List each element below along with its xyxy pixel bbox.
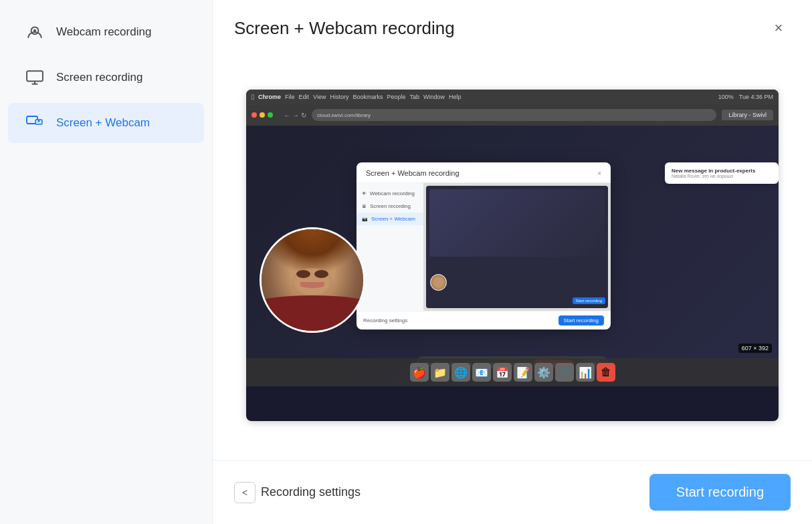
svg-point-1 bbox=[33, 29, 36, 32]
sidebar-item-screen-label: Screen recording bbox=[56, 71, 142, 84]
start-recording-button[interactable]: Start recording bbox=[649, 474, 791, 511]
main-container: Webcam recording Screen recording Screen… bbox=[0, 0, 812, 524]
inner-modal-body: 👁 Webcam recording 🖥 Screen recording 📷 bbox=[357, 183, 611, 311]
dock-icon-music[interactable]: 🎵 bbox=[555, 363, 574, 382]
notification-box: New message in product-experts Natalia R… bbox=[665, 162, 779, 184]
svg-point-5 bbox=[38, 120, 40, 122]
dock-icon-folder[interactable]: 📁 bbox=[431, 363, 449, 382]
browser-chrome: ← → ↻ cloud.swivl.com/library Library - … bbox=[246, 104, 779, 126]
inner-modal: Screen + Webcam recording × 👁 Webcam rec… bbox=[357, 162, 611, 330]
notification-title: New message in product-experts bbox=[672, 168, 772, 174]
dock-bar: 🍎 📁 🌐 📧 📅 📝 ⚙️ 🎵 📊 🗑 bbox=[246, 358, 779, 386]
inner-sidebar: 👁 Webcam recording 🖥 Screen recording 📷 bbox=[357, 183, 423, 311]
inner-settings-link[interactable]: Recording settings bbox=[363, 317, 407, 323]
mac-menubar:  Chrome File Edit View History Bookmark… bbox=[246, 90, 779, 104]
sidebar-item-webcam[interactable]: Webcam recording bbox=[8, 12, 204, 52]
browser-content: New message in product-experts Natalia R… bbox=[246, 126, 779, 386]
dock-icon-chrome[interactable]: 🌐 bbox=[451, 363, 470, 382]
recording-settings-label: Recording settings bbox=[261, 485, 361, 499]
sidebar-item-webcam-label: Webcam recording bbox=[56, 25, 151, 39]
webcam-icon bbox=[24, 21, 45, 43]
preview-area:  Chrome File Edit View History Bookmark… bbox=[213, 51, 812, 460]
dock-icon-settings[interactable]: ⚙️ bbox=[534, 363, 553, 382]
content-area: Screen + Webcam recording ×  Chrome Fil… bbox=[213, 0, 812, 524]
dock-icon-app1[interactable]: 🗑 bbox=[597, 363, 615, 382]
inner-sidebar-webcam[interactable]: 👁 Webcam recording bbox=[357, 187, 423, 200]
address-bar: cloud.swivl.com/library bbox=[312, 109, 716, 121]
sidebar-item-screen[interactable]: Screen recording bbox=[8, 57, 204, 98]
inner-modal-title: Screen + Webcam recording bbox=[366, 169, 460, 177]
recording-settings-button[interactable]: < Recording settings bbox=[234, 482, 361, 503]
dock-icon-notes[interactable]: 📝 bbox=[514, 363, 532, 382]
sidebar-item-screen-webcam[interactable]: Screen + Webcam bbox=[8, 103, 204, 143]
inner-modal-header: Screen + Webcam recording × bbox=[357, 162, 611, 183]
screen-webcam-icon bbox=[24, 112, 45, 134]
inner-close-icon[interactable]: × bbox=[597, 170, 601, 177]
chevron-left-icon: < bbox=[234, 482, 256, 503]
dock-icon-sheets[interactable]: 📊 bbox=[576, 363, 595, 382]
screen-icon bbox=[24, 67, 45, 88]
screenshot-preview:  Chrome File Edit View History Bookmark… bbox=[246, 90, 779, 421]
browser-tab: Library - Swivl bbox=[722, 110, 773, 120]
inner-sidebar-screen[interactable]: 🖥 Screen recording bbox=[357, 200, 423, 213]
inner-preview-img: Start recording bbox=[426, 186, 608, 308]
sidebar-item-screen-webcam-label: Screen + Webcam bbox=[56, 116, 150, 130]
content-footer: < Recording settings Start recording bbox=[213, 460, 812, 524]
webcam-preview bbox=[260, 227, 365, 333]
inner-start-recording-btn[interactable]: Start recording bbox=[559, 315, 604, 325]
inner-start-btn: Start recording bbox=[573, 297, 605, 304]
svg-rect-2 bbox=[27, 71, 43, 81]
dock-icon-mail[interactable]: 📧 bbox=[472, 363, 491, 382]
dock-icon-finder[interactable]: 🍎 bbox=[410, 363, 429, 382]
person-face bbox=[262, 229, 363, 331]
size-indicator: 607 × 392 bbox=[738, 344, 772, 353]
content-header: Screen + Webcam recording × bbox=[213, 0, 812, 51]
inner-sidebar-screen-webcam[interactable]: 📷 Screen + Webcam bbox=[357, 213, 423, 225]
dock-icon-cal[interactable]: 📅 bbox=[493, 363, 512, 382]
inner-modal-footer: Recording settings Start recording bbox=[357, 311, 611, 330]
page-title: Screen + Webcam recording bbox=[234, 18, 455, 39]
close-button[interactable]: × bbox=[767, 16, 791, 40]
sidebar: Webcam recording Screen recording Screen… bbox=[0, 0, 213, 524]
inner-content: Start recording bbox=[423, 183, 611, 311]
notification-sub: Natalia Rovin: это не хорошо bbox=[672, 174, 772, 178]
